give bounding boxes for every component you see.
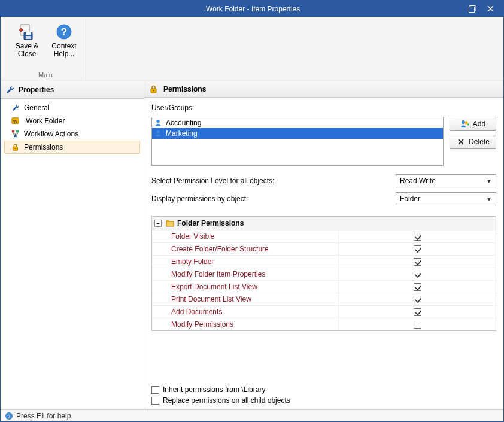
select-level-label: Select Permission Level for all objects: [151, 177, 274, 185]
permission-row: Modify Folder Item Properties [152, 268, 496, 281]
save-close-label: Save & Close [10, 42, 44, 58]
permission-label: Create Folder/Folder Structure [152, 243, 339, 255]
list-item[interactable]: Accounting [152, 117, 443, 128]
main-panel: Permissions User/Groups: Accounting Mark… [144, 81, 503, 409]
add-button[interactable]: Add [450, 117, 496, 131]
window-title: .Work Folder - Item Properties [204, 5, 300, 13]
folder-icon [165, 218, 175, 228]
sidebar-title: Properties [19, 86, 54, 94]
grid-title: Folder Permissions [177, 219, 244, 227]
user-icon [154, 129, 163, 138]
display-by-label: Display permissions by object: [151, 195, 248, 203]
svg-rect-21 [166, 221, 174, 226]
permission-checkbox[interactable] [414, 308, 421, 316]
sidebar-item-label: Workflow Actions [24, 130, 78, 138]
display-by-combo[interactable]: Folder ▾ [396, 192, 496, 205]
folder-w-icon: W [11, 116, 20, 126]
list-item-label: Accounting [166, 119, 201, 127]
status-bar: ? Press F1 for help [1, 409, 503, 421]
sidebar-header: Properties [1, 81, 144, 99]
permission-checkbox[interactable] [414, 271, 421, 278]
svg-point-19 [462, 120, 465, 124]
permission-label: Modify Permissions [152, 318, 339, 330]
title-bar: .Work Folder - Item Properties [1, 1, 503, 17]
delete-icon [456, 137, 466, 147]
svg-rect-10 [12, 130, 14, 133]
permission-checkbox[interactable] [414, 245, 421, 253]
help-icon: ? [4, 411, 14, 421]
inherit-checkbox[interactable] [151, 386, 159, 394]
svg-point-14 [15, 148, 16, 149]
status-text: Press F1 for help [16, 412, 71, 420]
ribbon: Save & Close ? Context Help... Main [1, 17, 503, 81]
sidebar-item-label: .Work Folder [24, 117, 65, 125]
context-help-button[interactable]: ? Context Help... [46, 20, 82, 60]
sidebar-item-label: General [24, 104, 50, 112]
context-help-label: Context Help... [47, 42, 81, 58]
lock-icon [11, 142, 20, 152]
collapse-toggle[interactable]: – [154, 220, 162, 227]
permission-row: Create Folder/Folder Structure [152, 243, 496, 256]
permission-row: Modify Permissions [152, 318, 496, 331]
chevron-down-icon: ▾ [485, 177, 493, 185]
combo-value: Folder [400, 195, 420, 203]
permission-row: Export Document List View [152, 281, 496, 293]
delete-button[interactable]: Delete [450, 135, 496, 149]
grid-header: – Folder Permissions [152, 217, 496, 230]
close-button[interactable] [482, 3, 499, 15]
inherit-label: Inherit permissions from \Library [163, 385, 265, 394]
user-groups-label: User/Groups: [151, 104, 496, 112]
save-close-button[interactable]: Save & Close [9, 20, 45, 60]
permission-checkbox[interactable] [414, 258, 421, 266]
permission-row: Folder Visible [152, 230, 496, 243]
permissions-grid: – Folder Permissions Folder VisibleCreat… [151, 216, 496, 331]
svg-text:W: W [13, 119, 18, 124]
permission-level-combo[interactable]: Read Write ▾ [396, 174, 496, 187]
svg-rect-4 [26, 32, 31, 35]
permission-checkbox[interactable] [414, 321, 421, 329]
main-title: Permissions [163, 85, 206, 93]
user-groups-list[interactable]: Accounting Marketing [151, 117, 444, 166]
svg-rect-5 [26, 36, 31, 39]
sidebar-item-work-folder[interactable]: W .Work Folder [4, 114, 140, 127]
svg-rect-1 [469, 7, 475, 12]
permission-label: Export Document List View [152, 281, 339, 293]
permission-label: Modify Folder Item Properties [152, 268, 339, 280]
user-icon [154, 118, 163, 127]
svg-text:?: ? [7, 413, 11, 419]
wrench-icon [5, 85, 15, 95]
nav-list: General W .Work Folder Workflow Actions … [1, 99, 144, 156]
svg-point-16 [153, 90, 154, 92]
svg-point-18 [157, 130, 160, 133]
help-icon: ? [54, 22, 74, 41]
lock-icon [149, 84, 159, 94]
permission-checkbox[interactable] [414, 296, 421, 303]
permission-label: Folder Visible [152, 230, 339, 242]
permission-row: Empty Folder [152, 256, 496, 268]
ribbon-group-label: Main [9, 70, 82, 81]
permission-checkbox[interactable] [414, 283, 421, 291]
svg-rect-12 [14, 135, 16, 138]
list-item-label: Marketing [166, 129, 198, 138]
list-item[interactable]: Marketing [152, 128, 443, 139]
sidebar-item-workflow[interactable]: Workflow Actions [4, 127, 140, 141]
svg-text:?: ? [61, 26, 67, 38]
permission-label: Print Document List View [152, 293, 339, 305]
restore-button[interactable] [464, 3, 481, 15]
sidebar-item-general[interactable]: General [4, 101, 140, 114]
permission-row: Print Document List View [152, 293, 496, 306]
replace-checkbox[interactable] [151, 397, 159, 405]
permission-checkbox[interactable] [414, 233, 421, 241]
wrench-icon [11, 103, 20, 113]
chevron-down-icon: ▾ [485, 195, 493, 203]
save-close-icon [17, 22, 37, 41]
svg-point-20 [464, 122, 467, 125]
sidebar-item-permissions[interactable]: Permissions [4, 141, 140, 154]
replace-label: Replace permissions on all child objects [163, 396, 290, 405]
sidebar-item-label: Permissions [24, 143, 63, 151]
combo-value: Read Write [400, 177, 436, 185]
permission-label: Add Documents [152, 306, 339, 318]
main-header: Permissions [144, 81, 503, 98]
ribbon-group-main: Save & Close ? Context Help... Main [5, 19, 86, 81]
permission-row: Add Documents [152, 306, 496, 318]
